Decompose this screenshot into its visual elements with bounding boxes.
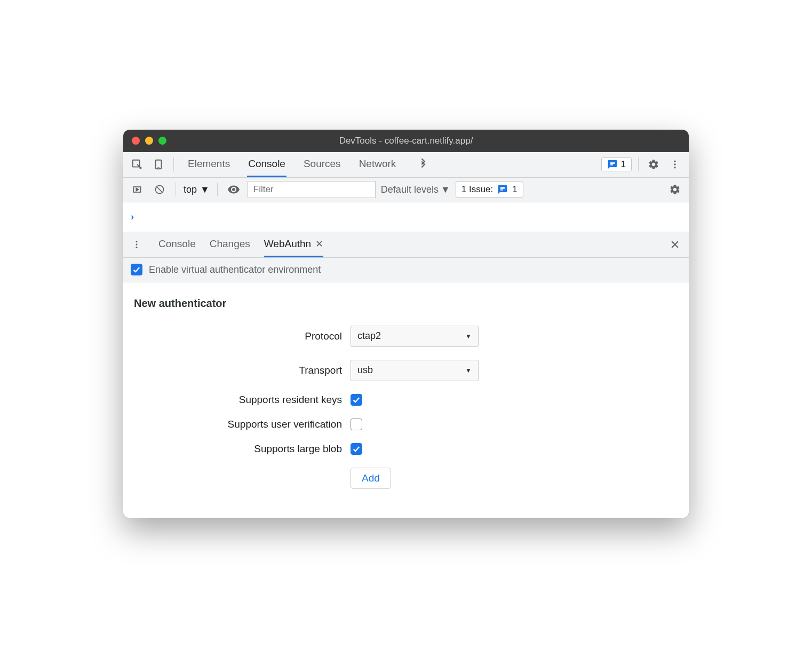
filter-input[interactable] <box>248 181 376 198</box>
svg-marker-7 <box>136 188 138 191</box>
titlebar: DevTools - coffee-cart.netlify.app/ <box>123 130 689 152</box>
svg-point-12 <box>136 247 138 248</box>
drawer-tab-webauthn-label: WebAuthn <box>264 238 311 250</box>
large-blob-checkbox[interactable] <box>351 443 362 455</box>
chevron-down-icon: ▼ <box>441 184 450 195</box>
separator <box>217 183 218 196</box>
chevron-down-icon: ▼ <box>465 333 472 340</box>
transport-row: Transport usb ▼ <box>134 360 678 381</box>
context-selector[interactable]: top ▼ <box>184 184 210 195</box>
drawer-tab-changes[interactable]: Changes <box>210 232 250 257</box>
issues-counter-label: 1 Issue: <box>461 184 493 195</box>
console-settings-icon[interactable] <box>666 181 683 198</box>
panel-title: New authenticator <box>134 297 678 310</box>
minimize-window-button[interactable] <box>145 137 153 145</box>
chat-icon <box>497 184 508 195</box>
enable-virtual-auth-label: Enable virtual authenticator environment <box>149 264 321 275</box>
maximize-window-button[interactable] <box>158 137 166 145</box>
enable-virtual-auth-checkbox[interactable] <box>131 264 142 275</box>
protocol-value: ctap2 <box>357 330 381 342</box>
transport-value: usb <box>357 365 373 376</box>
protocol-select[interactable]: ctap2 ▼ <box>351 326 479 347</box>
window-title: DevTools - coffee-cart.netlify.app/ <box>132 136 680 146</box>
large-blob-row: Supports large blob <box>134 443 678 455</box>
svg-line-9 <box>157 187 162 192</box>
add-button[interactable]: Add <box>351 468 391 489</box>
drawer-kebab-icon[interactable] <box>129 240 145 249</box>
large-blob-label: Supports large blob <box>134 443 342 455</box>
user-verification-label: Supports user verification <box>134 419 342 430</box>
add-row: Add <box>134 468 678 489</box>
tab-sources[interactable]: Sources <box>302 152 342 177</box>
tab-elements[interactable]: Elements <box>187 152 231 177</box>
main-tabs: Elements Console Sources Network <box>180 152 597 177</box>
resident-keys-row: Supports resident keys <box>134 394 678 406</box>
user-verification-checkbox[interactable] <box>351 419 362 430</box>
protocol-label: Protocol <box>134 330 342 342</box>
resident-keys-label: Supports resident keys <box>134 394 342 406</box>
new-authenticator-panel: New authenticator Protocol ctap2 ▼ Trans… <box>123 282 689 518</box>
drawer-tab-console[interactable]: Console <box>158 232 196 257</box>
enable-virtual-auth-row: Enable virtual authenticator environment <box>123 258 689 282</box>
tab-network[interactable]: Network <box>358 152 397 177</box>
separator <box>173 157 174 171</box>
kebab-menu-icon[interactable] <box>666 156 683 173</box>
resident-keys-checkbox[interactable] <box>351 394 362 406</box>
clear-console-icon[interactable] <box>151 181 168 198</box>
drawer-tabs: Console Changes WebAuthn ✕ <box>123 232 689 258</box>
chevron-down-icon: ▼ <box>200 184 210 195</box>
console-toolbar: top ▼ Default levels ▼ 1 Issue: 1 <box>123 178 689 202</box>
svg-point-3 <box>674 161 675 162</box>
main-toolbar: Elements Console Sources Network 1 <box>123 152 689 178</box>
svg-point-5 <box>674 167 675 168</box>
chevron-down-icon: ▼ <box>465 367 472 374</box>
execution-bar-icon[interactable] <box>129 181 146 198</box>
close-icon[interactable]: ✕ <box>315 238 323 250</box>
console-input-row[interactable]: › <box>123 202 689 232</box>
more-tabs-button[interactable] <box>413 159 433 170</box>
transport-label: Transport <box>134 365 342 376</box>
tab-console[interactable]: Console <box>247 152 286 177</box>
live-expression-icon[interactable] <box>225 181 242 198</box>
drawer-tab-webauthn[interactable]: WebAuthn ✕ <box>264 232 323 257</box>
separator <box>176 183 176 196</box>
log-levels-selector[interactable]: Default levels ▼ <box>381 184 450 195</box>
levels-label: Default levels <box>381 184 439 195</box>
prompt-caret-icon: › <box>131 211 134 223</box>
issues-badge[interactable]: 1 <box>601 157 632 171</box>
separator <box>638 157 639 171</box>
device-toolbar-icon[interactable] <box>150 156 167 173</box>
drawer-close-icon[interactable] <box>666 236 683 253</box>
user-verification-row: Supports user verification <box>134 419 678 430</box>
svg-point-4 <box>674 163 675 165</box>
transport-select[interactable]: usb ▼ <box>351 360 479 381</box>
issues-counter-count: 1 <box>512 184 517 195</box>
issues-counter[interactable]: 1 Issue: 1 <box>456 182 523 198</box>
traffic-lights <box>132 137 166 145</box>
inspect-element-icon[interactable] <box>129 156 146 173</box>
svg-point-11 <box>136 244 138 246</box>
issues-badge-count: 1 <box>621 159 626 170</box>
context-label: top <box>184 184 197 195</box>
settings-icon[interactable] <box>645 156 662 173</box>
devtools-window: DevTools - coffee-cart.netlify.app/ Elem… <box>123 130 689 518</box>
close-window-button[interactable] <box>132 137 140 145</box>
svg-point-10 <box>136 241 138 242</box>
chat-icon <box>607 159 618 170</box>
protocol-row: Protocol ctap2 ▼ <box>134 326 678 347</box>
